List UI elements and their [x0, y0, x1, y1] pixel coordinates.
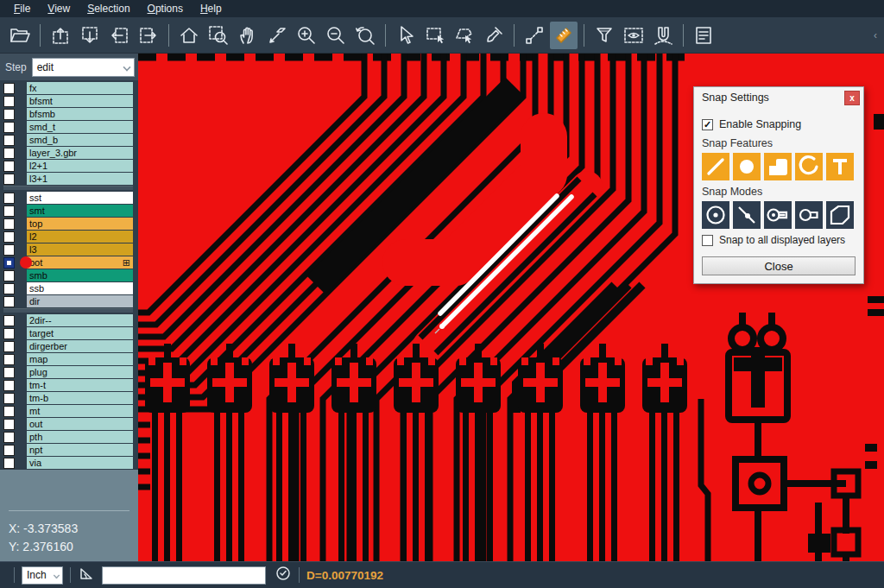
enable-snapping-checkbox[interactable]: ✓ — [702, 119, 713, 130]
layer-visibility-checkbox[interactable] — [3, 458, 15, 469]
toolbar-collapse-chevron[interactable]: ‹ — [874, 29, 877, 41]
layer-row[interactable]: bfsmb — [3, 108, 133, 120]
dialog-title-bar[interactable]: Snap Settings x — [694, 87, 863, 108]
layer-visibility-checkbox[interactable] — [3, 205, 15, 217]
report-icon[interactable] — [690, 22, 717, 49]
layer-name[interactable]: plug — [27, 366, 133, 378]
all-layers-checkbox[interactable] — [702, 235, 713, 246]
layer-name[interactable]: out — [27, 418, 133, 430]
layer-visibility-checkbox[interactable] — [3, 122, 15, 133]
closest-point-snap-icon[interactable] — [733, 201, 761, 229]
layer-row[interactable]: l2+1 — [3, 160, 133, 172]
slot-filled-snap-icon[interactable] — [764, 201, 792, 229]
pan-down-icon[interactable] — [76, 22, 104, 49]
layer-visibility-checkbox[interactable] — [3, 406, 15, 417]
surface-icon[interactable] — [764, 153, 792, 180]
units-select[interactable]: Inch — [22, 566, 63, 585]
layer-name[interactable]: l2+1 — [27, 160, 133, 172]
layer-name[interactable]: tm-t — [27, 379, 133, 391]
menu-selection[interactable]: Selection — [79, 1, 138, 17]
layer-name[interactable]: fx — [27, 82, 133, 94]
pan-left-icon[interactable] — [105, 22, 133, 49]
layer-row[interactable]: smd_t — [3, 121, 133, 133]
open-folder-icon[interactable] — [6, 22, 34, 49]
menu-options[interactable]: Options — [139, 1, 192, 17]
layer-visibility-checkbox[interactable] — [3, 83, 15, 94]
layer-visibility-checkbox[interactable] — [3, 257, 15, 269]
zoom-previous-icon[interactable] — [351, 22, 379, 49]
layer-row[interactable]: fx — [3, 82, 133, 94]
layer-name[interactable]: sst — [27, 192, 133, 204]
layer-name[interactable]: npt — [27, 444, 133, 456]
layer-name[interactable]: smd_b — [27, 134, 133, 146]
layer-visibility-checkbox[interactable] — [3, 283, 15, 294]
layer-name[interactable]: smd_t — [27, 121, 133, 133]
grid-icon[interactable]: ⊞ — [123, 258, 130, 268]
layer-name[interactable]: pth — [27, 431, 133, 443]
layer-name[interactable]: via — [27, 457, 133, 469]
layer-row[interactable]: ssb — [3, 282, 133, 294]
pan-up-icon[interactable] — [47, 22, 74, 49]
layer-visibility-checkbox[interactable] — [3, 367, 15, 378]
layer-visibility-checkbox[interactable] — [3, 341, 15, 352]
contour-snap-icon[interactable] — [826, 201, 854, 229]
pcb-canvas[interactable]: Snap Settings x ✓ Enable Snapping Snap F… — [138, 54, 884, 561]
circle-icon[interactable] — [733, 153, 761, 180]
layer-name[interactable]: dir — [27, 295, 133, 307]
coordinate-input[interactable] — [102, 566, 266, 585]
layer-name[interactable]: top — [27, 218, 133, 230]
layer-row[interactable]: tm-b — [3, 392, 133, 404]
layer-name[interactable]: dirgerber — [27, 340, 133, 352]
layer-name[interactable]: smb — [27, 269, 133, 281]
rect-select-icon[interactable] — [421, 22, 449, 49]
all-layers-row[interactable]: Snap to all displayed layers — [702, 234, 856, 246]
layer-row[interactable]: target — [3, 327, 133, 339]
layer-name[interactable]: l2 — [27, 231, 133, 243]
layer-row[interactable]: via — [3, 457, 133, 469]
filter-icon[interactable] — [590, 22, 618, 49]
slot-outline-snap-icon[interactable] — [795, 201, 823, 229]
layer-visibility-checkbox[interactable] — [3, 380, 15, 391]
layer-name[interactable]: map — [27, 353, 133, 365]
layer-visibility-checkbox[interactable] — [3, 354, 15, 365]
layer-row[interactable]: top — [3, 218, 133, 230]
layer-row[interactable]: smd_b — [3, 134, 133, 146]
layer-visibility-checkbox[interactable] — [3, 328, 15, 339]
layer-name[interactable]: 2dir-- — [27, 314, 133, 326]
layer-visibility-checkbox[interactable] — [3, 419, 15, 430]
layer-name[interactable]: l3+1 — [27, 173, 133, 185]
poly-select-icon[interactable] — [451, 22, 478, 49]
layer-visibility-checkbox[interactable] — [3, 270, 15, 281]
layer-visibility-checkbox[interactable] — [3, 231, 15, 243]
layer-name[interactable]: smt — [27, 205, 133, 217]
zoom-in-icon[interactable] — [293, 22, 320, 49]
layer-row[interactable]: mt — [3, 405, 133, 417]
layer-visibility-checkbox[interactable] — [3, 148, 15, 159]
layer-row[interactable]: l3+1 — [3, 173, 133, 185]
layer-row[interactable]: l3 — [3, 243, 133, 256]
layer-visibility-checkbox[interactable] — [3, 193, 15, 204]
layer-visibility-checkbox[interactable] — [3, 161, 15, 172]
layer-row[interactable]: layer_3.gbr — [3, 147, 133, 159]
layer-row[interactable]: map — [3, 353, 133, 365]
layer-row[interactable]: dirgerber — [3, 340, 133, 352]
layer-name[interactable]: layer_3.gbr — [27, 147, 133, 159]
home-view-icon[interactable] — [175, 22, 203, 49]
show-region-icon[interactable] — [620, 22, 647, 49]
layer-row[interactable]: smb — [3, 269, 133, 281]
layer-name[interactable]: tm-b — [27, 392, 133, 404]
layer-visibility-checkbox[interactable] — [3, 432, 15, 443]
layer-visibility-checkbox[interactable] — [3, 218, 15, 230]
arc-icon[interactable] — [795, 153, 823, 180]
layer-name[interactable]: l3 — [27, 243, 133, 256]
measure-line-icon[interactable] — [521, 22, 548, 49]
layer-visibility-checkbox[interactable] — [3, 135, 15, 146]
layer-row[interactable]: bot⊞ — [3, 256, 133, 269]
center-snap-icon[interactable] — [702, 201, 729, 229]
layer-row[interactable]: npt — [3, 444, 133, 456]
layer-visibility-checkbox[interactable] — [3, 174, 15, 185]
layer-row[interactable]: smt — [3, 205, 133, 217]
menu-view[interactable]: View — [39, 1, 79, 17]
enable-snapping-row[interactable]: ✓ Enable Snapping — [702, 118, 856, 130]
layer-name[interactable]: ssb — [27, 282, 133, 294]
